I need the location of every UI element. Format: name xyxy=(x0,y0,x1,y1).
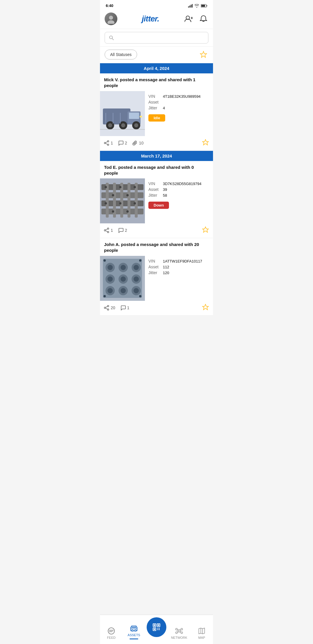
star-action-2[interactable] xyxy=(202,226,209,234)
post-card-2: Tod E. posted a message and shared with … xyxy=(100,161,213,238)
comment-icon-3 xyxy=(121,305,126,310)
share-action-2[interactable]: 1 xyxy=(104,228,113,233)
svg-point-49 xyxy=(126,194,129,196)
svg-line-116 xyxy=(180,632,181,632)
star-action-1[interactable] xyxy=(202,139,209,147)
svg-rect-0 xyxy=(188,6,189,8)
svg-point-84 xyxy=(103,295,106,297)
svg-point-57 xyxy=(108,231,109,233)
attachment-action-1[interactable]: 10 xyxy=(132,140,144,146)
search-container xyxy=(100,29,213,47)
nav-item-feed[interactable]: FEED xyxy=(100,627,123,639)
svg-point-56 xyxy=(108,228,109,229)
svg-point-112 xyxy=(181,632,183,634)
attachment-count-1: 10 xyxy=(139,141,144,145)
svg-rect-103 xyxy=(154,629,155,630)
comment-count-1: 2 xyxy=(125,141,127,145)
svg-point-76 xyxy=(108,276,113,282)
share-action-3[interactable]: 20 xyxy=(104,305,115,310)
notifications-button[interactable] xyxy=(199,14,208,24)
svg-point-81 xyxy=(134,288,139,293)
svg-point-22 xyxy=(121,123,125,127)
post-body-2: VIN 3D7KS28D55G819794 Asset 39 Jitter 58… xyxy=(100,178,213,223)
post-header-2: Tod E. posted a message and shared with … xyxy=(100,161,213,179)
post-actions-3: 20 1 xyxy=(100,301,213,315)
asset-value-3: 112 xyxy=(163,265,169,269)
jitter-row-3: Jitter 120 xyxy=(148,270,210,275)
avatar[interactable] xyxy=(105,12,117,25)
svg-point-82 xyxy=(103,259,106,262)
svg-point-111 xyxy=(176,632,177,634)
svg-line-113 xyxy=(177,629,178,630)
network-icon xyxy=(175,627,183,635)
svg-line-114 xyxy=(180,629,181,630)
jitter-label-2: Jitter xyxy=(148,193,163,198)
svg-point-20 xyxy=(108,123,112,127)
svg-point-50 xyxy=(134,186,136,188)
post-body-3: VIN 1ATTW1EF9DFA10117 Asset 112 Jitter 1… xyxy=(100,256,213,301)
attachment-icon-1 xyxy=(132,140,138,146)
svg-point-83 xyxy=(139,259,141,262)
jitter-value-1: 4 xyxy=(163,106,165,110)
nav-item-scan[interactable] xyxy=(145,617,168,639)
svg-point-74 xyxy=(121,265,126,270)
svg-rect-102 xyxy=(158,625,159,626)
svg-marker-14 xyxy=(200,51,207,57)
nav-item-map[interactable]: MAP xyxy=(190,627,213,639)
vin-label-1: VIN xyxy=(148,94,163,99)
svg-point-46 xyxy=(105,186,107,188)
header: jitter. xyxy=(100,10,213,29)
nav-active-indicator xyxy=(130,638,138,639)
svg-line-13 xyxy=(112,39,114,40)
svg-rect-1 xyxy=(190,6,190,8)
favorites-button[interactable] xyxy=(199,50,208,59)
svg-point-53 xyxy=(119,202,121,205)
nav-item-assets[interactable]: ASSETS xyxy=(123,625,145,639)
search-icon xyxy=(109,35,114,40)
svg-rect-107 xyxy=(159,629,160,630)
post-details-2: VIN 3D7KS28D55G819794 Asset 39 Jitter 58… xyxy=(145,178,213,223)
feed-icon xyxy=(108,627,115,635)
share-count-2: 1 xyxy=(111,228,113,233)
nav-item-network[interactable]: NETWORK xyxy=(168,627,190,639)
asset-label-1: Asset xyxy=(148,100,163,104)
svg-rect-16 xyxy=(103,108,130,124)
svg-point-52 xyxy=(112,210,114,213)
svg-line-60 xyxy=(105,231,108,232)
post-title-2: Tod E. posted a message and shared with … xyxy=(104,164,209,176)
svg-rect-3 xyxy=(192,4,193,8)
vin-value-3: 1ATTW1EF9DFA10117 xyxy=(163,259,202,263)
post-image-3 xyxy=(100,256,145,301)
svg-line-115 xyxy=(177,632,178,632)
header-actions xyxy=(183,14,208,24)
svg-point-30 xyxy=(108,140,109,142)
search-input-wrapper[interactable] xyxy=(105,32,208,44)
svg-rect-106 xyxy=(157,629,158,630)
svg-point-80 xyxy=(121,288,126,293)
svg-point-73 xyxy=(108,265,113,270)
comment-icon-2 xyxy=(118,228,123,233)
scan-button[interactable] xyxy=(147,617,166,637)
svg-point-87 xyxy=(108,309,109,310)
add-user-button[interactable] xyxy=(183,14,194,24)
status-badge-2: Down xyxy=(148,202,169,209)
date-separator-march: March 17, 2024 xyxy=(100,151,213,161)
svg-rect-2 xyxy=(191,5,192,8)
svg-point-32 xyxy=(104,142,106,144)
svg-point-109 xyxy=(176,628,177,630)
search-input[interactable] xyxy=(117,35,204,40)
post-details-3: VIN 1ATTW1EF9DFA10117 Asset 112 Jitter 1… xyxy=(145,256,213,301)
svg-marker-91 xyxy=(203,304,208,310)
svg-point-75 xyxy=(134,265,139,270)
comment-action-2[interactable]: 2 xyxy=(118,228,127,233)
post-card-3: John A. posted a message and shared with… xyxy=(100,238,213,316)
post-header: Mick V. posted a message and shared with… xyxy=(100,73,213,91)
comment-action-1[interactable]: 2 xyxy=(118,140,127,146)
post-image-2 xyxy=(100,178,145,223)
asset-row-2: Asset 39 xyxy=(148,187,210,192)
filter-status-button[interactable]: All Statuses xyxy=(105,50,137,59)
share-action-1[interactable]: 1 xyxy=(104,140,113,146)
comment-action-3[interactable]: 1 xyxy=(121,305,130,310)
star-action-3[interactable] xyxy=(202,304,209,312)
nav-label-feed: FEED xyxy=(107,636,115,639)
